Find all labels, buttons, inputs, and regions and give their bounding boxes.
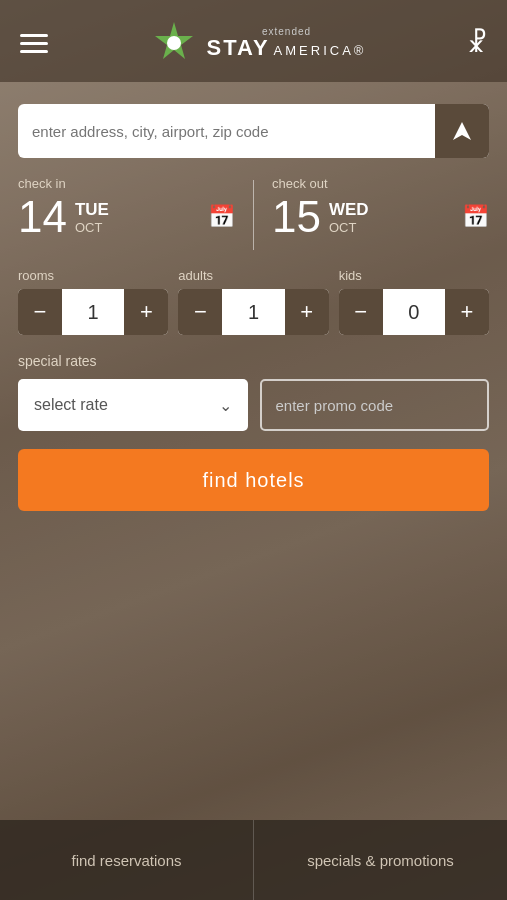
date-divider: [253, 180, 254, 250]
rooms-counter: rooms − 1 +: [18, 268, 168, 335]
svg-point-1: [167, 36, 181, 50]
search-input[interactable]: [18, 104, 435, 158]
checkout-calendar-icon[interactable]: 📅: [462, 204, 489, 230]
select-rate-text: select rate: [34, 396, 108, 414]
rooms-decrement-button[interactable]: −: [18, 289, 62, 335]
checkout-label: check out: [272, 176, 489, 191]
checkin-date-display: 14 TUE OCT 📅: [18, 195, 235, 239]
checkout-day-number: 15: [272, 195, 321, 239]
adults-counter: adults − 1 +: [178, 268, 328, 335]
rooms-increment-button[interactable]: +: [124, 289, 168, 335]
checkout-day-month: WED OCT: [329, 200, 369, 235]
logo-america-label: AMERICA®: [274, 44, 367, 57]
checkin-calendar-icon[interactable]: 📅: [208, 204, 235, 230]
chevron-down-icon: ⌄: [219, 396, 232, 415]
rooms-value: 1: [62, 301, 124, 324]
main-content: check in 14 TUE OCT 📅 check out 15: [0, 82, 507, 820]
checkout-day-name: WED: [329, 200, 369, 220]
checkin-label: check in: [18, 176, 235, 191]
rates-row: select rate ⌄: [18, 379, 489, 431]
rooms-control: − 1 +: [18, 289, 168, 335]
checkin-month: OCT: [75, 220, 109, 235]
logo-star-icon: [149, 18, 199, 68]
adults-value: 1: [222, 301, 284, 324]
adults-increment-button[interactable]: +: [285, 289, 329, 335]
checkin-day-number: 14: [18, 195, 67, 239]
dates-row: check in 14 TUE OCT 📅 check out 15: [18, 176, 489, 250]
svg-marker-2: [453, 122, 471, 140]
checkin-section: check in 14 TUE OCT 📅: [18, 176, 235, 239]
kids-increment-button[interactable]: +: [445, 289, 489, 335]
special-rates-label: special rates: [18, 353, 489, 369]
kids-value: 0: [383, 301, 445, 324]
checkin-day-name: TUE: [75, 200, 109, 220]
kids-control: − 0 +: [339, 289, 489, 335]
user-profile-icon[interactable]: ☧: [467, 28, 487, 59]
logo-text: extended STAY AMERICA®: [207, 27, 367, 59]
adults-label: adults: [178, 268, 328, 283]
kids-counter: kids − 0 +: [339, 268, 489, 335]
specials-promotions-tab[interactable]: specials & promotions: [254, 820, 507, 900]
hamburger-menu[interactable]: [20, 34, 48, 53]
kids-decrement-button[interactable]: −: [339, 289, 383, 335]
search-bar: [18, 104, 489, 158]
promo-code-input[interactable]: [260, 379, 490, 431]
logo: extended STAY AMERICA®: [149, 18, 367, 68]
checkout-section: check out 15 WED OCT 📅: [272, 176, 489, 239]
find-hotels-button[interactable]: find hotels: [18, 449, 489, 511]
kids-label: kids: [339, 268, 489, 283]
location-arrow-icon: [451, 120, 473, 142]
counters-row: rooms − 1 + adults − 1 + kids: [18, 268, 489, 335]
rooms-label: rooms: [18, 268, 168, 283]
adults-decrement-button[interactable]: −: [178, 289, 222, 335]
find-reservations-tab[interactable]: find reservations: [0, 820, 254, 900]
checkout-date-display: 15 WED OCT 📅: [272, 195, 489, 239]
select-rate-dropdown[interactable]: select rate ⌄: [18, 379, 248, 431]
header: extended STAY AMERICA® ☧: [0, 0, 507, 82]
search-location-button[interactable]: [435, 104, 489, 158]
checkin-day-month: TUE OCT: [75, 200, 109, 235]
checkout-month: OCT: [329, 220, 369, 235]
logo-stay-label: STAY: [207, 37, 270, 59]
bottom-nav: find reservations specials & promotions: [0, 820, 507, 900]
adults-control: − 1 +: [178, 289, 328, 335]
